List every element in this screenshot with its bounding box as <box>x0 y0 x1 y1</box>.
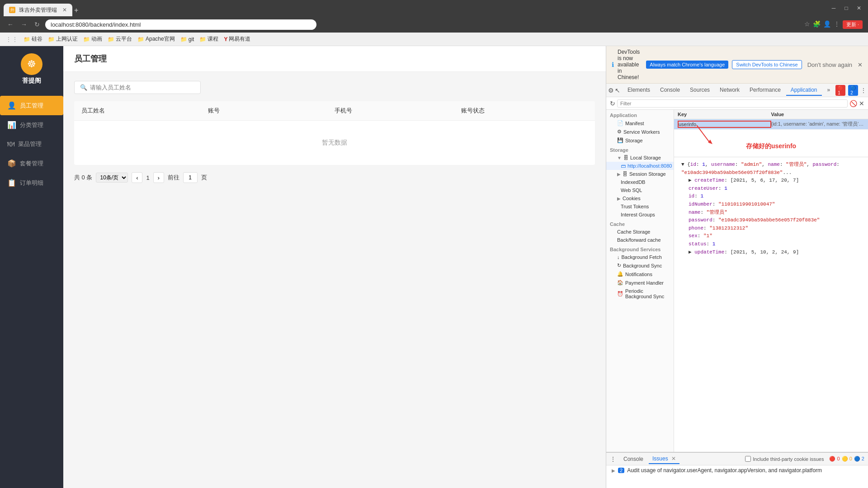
search-bar: 🔍 <box>74 81 595 94</box>
refresh-storage-icon[interactable]: ↻ <box>610 100 615 107</box>
tree-back-forward-cache[interactable]: Back/forward cache <box>606 236 674 244</box>
notification-close-icon[interactable]: ✕ <box>858 61 863 68</box>
bookmark-cloud[interactable]: 📁云平台 <box>108 35 132 43</box>
tab-sources[interactable]: Sources <box>685 85 714 96</box>
issues-close-icon[interactable]: ✕ <box>671 455 676 462</box>
table-empty: 暂无数据 <box>74 121 595 165</box>
sidebar-item-dish-label: 菜品管理 <box>18 140 42 148</box>
reload-button[interactable]: ↻ <box>33 20 42 29</box>
sidebar-item-employee[interactable]: 👤 员工管理 <box>0 96 63 115</box>
bookmark-star-icon[interactable]: ☆ <box>804 20 810 29</box>
col-status: 账号状态 <box>461 107 588 115</box>
json-line-1: ▶ createTime: [2021, 5, 6, 17, 20, 7] <box>678 177 864 185</box>
tab-network[interactable]: Network <box>715 85 744 96</box>
tab-more[interactable]: » <box>823 85 835 96</box>
tree-cookies[interactable]: ▶ Cookies <box>606 194 674 202</box>
tree-manifest[interactable]: 📄 Manifest <box>606 119 674 127</box>
pagination-next[interactable]: › <box>153 172 164 183</box>
periodic-sync-icon: ⏰ <box>617 291 623 297</box>
tree-background-sync[interactable]: ↻ Background Sync <box>606 261 674 270</box>
extensions-icon[interactable]: 🧩 <box>813 20 821 29</box>
window-controls: ─ □ ✕ <box>828 3 864 14</box>
tree-notifications[interactable]: 🔔 Notifications <box>606 270 674 278</box>
browser-tab-active[interactable]: 外 珠吉外卖管理端 ✕ <box>4 4 72 16</box>
sidebar-item-orders[interactable]: 📋 订单明细 <box>0 173 63 192</box>
filter-input[interactable] <box>617 99 848 108</box>
data-table: 员工姓名 账号 手机号 账号状态 暂无数据 <box>74 101 595 165</box>
devtools-settings-icon[interactable]: ⚙ <box>608 87 614 94</box>
category-icon: 📊 <box>7 121 16 129</box>
tree-websql[interactable]: Web SQL <box>606 186 674 194</box>
match-language-button[interactable]: Always match Chrome's language <box>646 61 728 69</box>
info-counter: 🔵 2 <box>848 85 858 96</box>
issue-badges: 🔴 0 🟡 0 🔵 2 <box>829 456 864 462</box>
tree-service-workers[interactable]: ⚙ Service Workers <box>606 127 674 136</box>
pagination-goto-input[interactable] <box>183 172 198 183</box>
maximize-button[interactable]: □ <box>841 3 852 14</box>
dismiss-button[interactable]: Don't show again <box>807 61 852 68</box>
include-cookies-checkbox[interactable] <box>745 456 751 462</box>
issue-expand-icon[interactable]: ▶ <box>612 468 615 473</box>
sidebar-item-dish[interactable]: 🍽 菜品管理 <box>0 135 63 154</box>
tree-interest-groups[interactable]: Interest Groups <box>606 211 674 219</box>
minimize-button[interactable]: ─ <box>828 3 839 14</box>
tree-periodic-background-sync[interactable]: ⏰ Periodic Background Sync <box>606 287 674 300</box>
json-line-5: name: "管理员" <box>678 209 864 217</box>
url-input[interactable] <box>45 19 316 30</box>
devtools-more-icon[interactable]: ⋮ <box>861 87 866 94</box>
menu-icon[interactable]: ⋮ <box>834 20 840 29</box>
bookmark-netease[interactable]: Y网易有道 <box>224 35 250 43</box>
tree-background-fetch[interactable]: ↓ Background Fetch <box>606 253 674 261</box>
close-filter-icon[interactable]: ✕ <box>859 100 864 107</box>
employee-icon: 👤 <box>7 101 16 110</box>
new-tab-button[interactable]: + <box>72 5 80 16</box>
devtools-tree-sidebar: Application 📄 Manifest ⚙ Service Workers… <box>606 110 674 452</box>
bottom-tabs: ⋮ Console Issues ✕ Include third-party c… <box>606 453 868 465</box>
tree-storage[interactable]: 💾 Storage <box>606 136 674 145</box>
bookmark-animation[interactable]: 📁动画 <box>83 35 102 43</box>
tree-localhost[interactable]: 🗃 http://localhost:8080 <box>606 162 674 170</box>
tree-cache-storage[interactable]: Cache Storage <box>606 228 674 236</box>
update-button[interactable]: 更新 · <box>843 20 863 29</box>
tree-indexeddb[interactable]: IndexedDB <box>606 178 674 186</box>
switch-chinese-button[interactable]: Switch DevTools to Chinese <box>732 60 802 69</box>
pagination-prev[interactable]: ‹ <box>132 172 142 183</box>
pagination-size-select[interactable]: 10条/页 20条/页 <box>96 173 128 183</box>
forward-button[interactable]: → <box>19 20 29 29</box>
sidebar-item-combo[interactable]: 📦 套餐管理 <box>0 154 63 173</box>
devtools-inspect-icon[interactable]: ↖ <box>615 87 620 94</box>
tree-local-storage[interactable]: ▼ 🗄 Local Storage <box>606 154 674 162</box>
profile-icon[interactable]: 👤 <box>823 20 831 29</box>
sidebar-item-category[interactable]: 📊 分类管理 <box>0 115 63 135</box>
search-input-wrapper: 🔍 <box>74 81 201 94</box>
bookmark-apache[interactable]: 📁Apache官网 <box>137 35 175 43</box>
tab-console-bottom[interactable]: Console <box>620 455 647 464</box>
content-body: 🔍 员工姓名 账号 手机号 账号状态 暂无数据 共 0 条 10条/页 <box>63 72 606 488</box>
issue-text: Audit usage of navigator.userAgent, navi… <box>627 467 822 474</box>
tab-application[interactable]: Application <box>786 85 822 96</box>
tree-payment-handler[interactable]: 🏠 Payment Handler <box>606 278 674 287</box>
bookmark-course[interactable]: 📁课程 <box>199 35 218 43</box>
tab-performance[interactable]: Performance <box>745 85 785 96</box>
search-icon: 🔍 <box>80 84 87 91</box>
bookmark-silicon-valley[interactable]: 📁硅谷 <box>24 35 42 43</box>
bookmark-git[interactable]: 📁git <box>180 36 194 42</box>
tab-issues[interactable]: Issues ✕ <box>649 454 679 464</box>
tab-console[interactable]: Console <box>656 85 684 96</box>
session-expand-icon: ▶ <box>617 172 621 177</box>
apps-icon[interactable]: ⋮⋮ <box>5 36 18 43</box>
sidebar-item-category-label: 分类管理 <box>20 121 43 129</box>
devtools-counters: 🔴 1 🔵 2 ⋮ <box>835 85 866 96</box>
bottom-more-icon[interactable]: ⋮ <box>610 455 616 463</box>
page-title: 员工管理 <box>74 54 107 63</box>
tree-session-storage[interactable]: ▶ 🗄 Session Storage <box>606 170 674 178</box>
search-input[interactable] <box>90 84 195 91</box>
tree-trust-tokens[interactable]: Trust Tokens <box>606 202 674 211</box>
bookmark-network-auth[interactable]: 📁上网认证 <box>48 35 78 43</box>
tab-close-button[interactable]: ✕ <box>62 7 67 13</box>
back-button[interactable]: ← <box>5 20 15 29</box>
issue-num-badge: 2 <box>618 468 624 473</box>
tab-elements[interactable]: Elements <box>623 85 655 96</box>
close-button[interactable]: ✕ <box>854 3 864 14</box>
clear-storage-icon[interactable]: 🚫 <box>849 100 857 107</box>
